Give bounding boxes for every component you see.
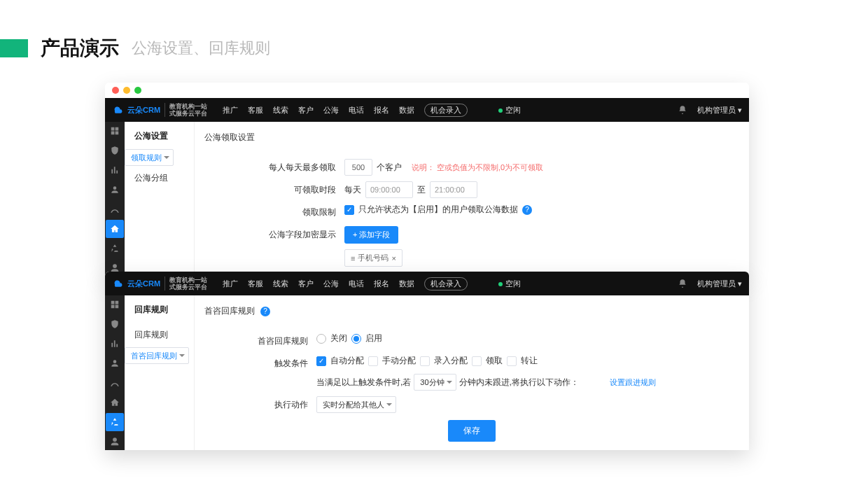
- link-set-follow-rule[interactable]: 设置跟进规则: [610, 377, 656, 388]
- label-action: 执行动作: [204, 396, 316, 413]
- sidebar-item-return-rule[interactable]: 回库规则: [125, 323, 194, 347]
- checkbox-trig-3[interactable]: [472, 356, 482, 366]
- user-icon[interactable]: [110, 185, 120, 195]
- checkbox-trig-0[interactable]: ✓: [316, 356, 326, 366]
- select-action[interactable]: 实时分配给其他人: [316, 396, 396, 413]
- nav-item[interactable]: 线索: [273, 105, 288, 115]
- user-menu[interactable]: 机构管理员 ▾: [697, 105, 742, 115]
- label-mask-fields: 公海字段加密显示: [204, 226, 344, 243]
- sidebar-item-claim-rule[interactable]: 领取规则: [125, 149, 174, 166]
- sidebar-item-pool-group[interactable]: 公海分组: [125, 166, 194, 190]
- nav-item[interactable]: 客户: [298, 105, 314, 115]
- close-dot[interactable]: [112, 87, 119, 94]
- cond-post: 分钟内未跟进,将执行以下动作：: [459, 377, 579, 388]
- person-icon[interactable]: [110, 437, 120, 447]
- nav-item[interactable]: 线索: [273, 279, 288, 289]
- nav-item[interactable]: 推广: [223, 279, 238, 289]
- checkbox-trig-2[interactable]: [420, 356, 430, 366]
- nav-item[interactable]: 推广: [223, 105, 238, 115]
- nav-item[interactable]: 客服: [248, 279, 263, 289]
- label-rule-enable: 首咨回库规则: [204, 332, 316, 349]
- bell-icon[interactable]: [678, 279, 687, 288]
- recycle-icon[interactable]: [106, 413, 124, 431]
- to-text: 至: [417, 184, 426, 196]
- input-time-from[interactable]: 09:00:00: [365, 181, 413, 198]
- accent-bar: [0, 39, 28, 57]
- tag-phone[interactable]: ≡ 手机号码 ×: [344, 249, 402, 267]
- select-minutes[interactable]: 30分钟: [414, 374, 456, 391]
- nav-item[interactable]: 公海: [323, 279, 339, 289]
- cond-pre: 当满足以上触发条件时,若: [316, 377, 411, 388]
- label-time-range: 可领取时段: [204, 181, 344, 198]
- input-time-to[interactable]: 21:00:00: [430, 181, 477, 198]
- nav-item[interactable]: 公海: [323, 105, 339, 115]
- top-nav: 云朵CRM 教育机构一站 式服务云平台 推广 客服 线索 客户 公海 电话 报名…: [105, 272, 749, 295]
- nav-item[interactable]: 客户: [298, 279, 314, 289]
- minimize-dot[interactable]: [123, 87, 130, 94]
- status-indicator: 空闲: [498, 105, 521, 115]
- close-icon[interactable]: ×: [391, 254, 396, 262]
- help-icon[interactable]: ?: [522, 205, 532, 215]
- label-trigger: 触发条件: [204, 355, 316, 372]
- zoom-dot[interactable]: [134, 87, 141, 94]
- checkbox-trig-1[interactable]: [368, 356, 378, 366]
- window-return-rule: 云朵CRM 教育机构一站 式服务云平台 推广 客服 线索 客户 公海 电话 报名…: [105, 272, 749, 450]
- left-rail: [105, 122, 125, 279]
- input-max-claim[interactable]: 500: [344, 159, 372, 176]
- top-nav: 云朵CRM 教育机构一站 式服务云平台 推广 客服 线索 客户 公海 电话 报名…: [105, 98, 749, 122]
- grid-icon[interactable]: [110, 300, 120, 309]
- unit-text: 个客户: [377, 162, 402, 174]
- nav-items: 推广 客服 线索 客户 公海 电话 报名 数据: [223, 105, 414, 115]
- signal-icon[interactable]: [110, 204, 120, 214]
- limit-text: 只允许状态为【启用】的用户领取公海数据: [358, 204, 518, 216]
- left-rail: [105, 295, 125, 450]
- sidebar-item-first-return[interactable]: 首咨回库规则: [125, 347, 189, 364]
- checkbox-limit[interactable]: ✓: [344, 205, 354, 215]
- status-dot-icon: [498, 108, 503, 113]
- help-icon[interactable]: ?: [260, 307, 270, 316]
- trig-opt-label: 自动分配: [330, 355, 364, 367]
- sidebar-title: 公海设置: [125, 122, 194, 149]
- user-icon[interactable]: [110, 358, 120, 368]
- radio-on-label: 启用: [365, 332, 382, 344]
- sidebar: 回库规则 回库规则 首咨回库规则: [125, 295, 195, 450]
- nav-pill-opportunity[interactable]: 机会录入: [424, 277, 468, 290]
- radio-on[interactable]: [351, 334, 361, 344]
- nav-item[interactable]: 电话: [349, 279, 364, 289]
- trig-opt-label: 手动分配: [382, 355, 416, 367]
- home-icon[interactable]: [110, 398, 120, 407]
- content-area: 公海领取设置 每人每天最多领取 500 个客户 说明： 空或负值为不限制,0为不…: [195, 122, 749, 279]
- content-title: 首咨回库规则 ?: [204, 302, 739, 327]
- save-button[interactable]: 保存: [448, 420, 496, 442]
- button-add-field[interactable]: + 添加字段: [344, 226, 398, 244]
- radio-off-label: 关闭: [330, 332, 347, 344]
- recycle-icon[interactable]: [110, 244, 120, 253]
- signal-icon[interactable]: [110, 378, 120, 388]
- nav-pill-opportunity[interactable]: 机会录入: [424, 104, 468, 117]
- checkbox-trig-4[interactable]: [507, 356, 517, 366]
- shield-icon[interactable]: [110, 319, 120, 329]
- brand-logo[interactable]: 云朵CRM 教育机构一站 式服务云平台: [112, 103, 207, 117]
- label-max-claim: 每人每天最多领取: [204, 159, 344, 176]
- shield-icon[interactable]: [110, 146, 120, 155]
- radio-off[interactable]: [316, 334, 326, 344]
- grid-icon[interactable]: [110, 126, 120, 136]
- user-menu[interactable]: 机构管理员 ▾: [697, 279, 742, 289]
- nav-item[interactable]: 报名: [374, 279, 389, 289]
- nav-item[interactable]: 数据: [399, 279, 414, 289]
- chart-icon[interactable]: [110, 165, 120, 175]
- bell-icon[interactable]: [678, 105, 687, 115]
- status-dot-icon: [498, 282, 503, 286]
- chart-icon[interactable]: [110, 339, 120, 349]
- nav-item[interactable]: 数据: [399, 105, 414, 115]
- nav-item[interactable]: 电话: [349, 105, 364, 115]
- trig-opt-label: 录入分配: [434, 355, 468, 367]
- drag-icon: ≡: [351, 254, 355, 262]
- status-text: 空闲: [505, 279, 521, 288]
- brand-subtext: 教育机构一站 式服务云平台: [164, 103, 207, 117]
- brand-logo[interactable]: 云朵CRM 教育机构一站 式服务云平台: [112, 276, 207, 290]
- home-icon[interactable]: [106, 220, 124, 238]
- brand-text: 云朵CRM: [127, 279, 160, 289]
- nav-item[interactable]: 客服: [248, 105, 263, 115]
- nav-item[interactable]: 报名: [374, 105, 389, 115]
